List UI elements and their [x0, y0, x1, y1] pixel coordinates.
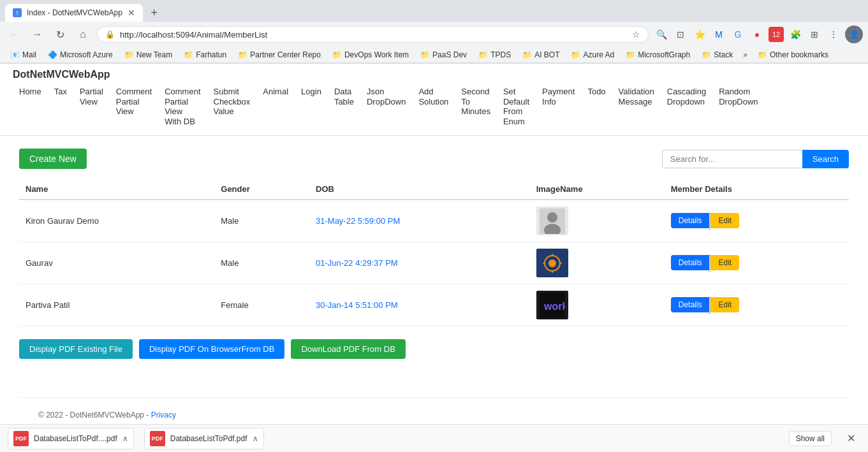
close-download-bar-button[interactable]: ✕ [842, 430, 860, 447]
nav-comment-partial[interactable]: CommentPartialView [110, 83, 158, 130]
col-header-imagename: ImageName [530, 179, 665, 200]
member-image [536, 249, 568, 277]
folder-icon: 📁 [478, 50, 488, 59]
nav-submit-checkbox[interactable]: SubmitCheckboxValue [207, 83, 257, 130]
download-filename-1: DatabaseListToPdf....pdf [34, 434, 117, 443]
search-input[interactable] [662, 150, 802, 168]
dob-link[interactable]: 30-Jan-14 5:51:00 PM [316, 300, 398, 310]
folder-icon: 📁 [184, 50, 193, 59]
home-button[interactable]: ⌂ [74, 26, 92, 43]
browser-tab[interactable]: I Index - DotNetMVCWebApp ✕ [5, 4, 143, 22]
member-image-cell [530, 200, 665, 242]
svg-text:work: work [543, 301, 565, 312]
edit-button[interactable]: Edit [710, 297, 739, 312]
bookmark-other[interactable]: 📁 Other bookmarks [753, 49, 834, 61]
col-header-gender: Gender [214, 179, 309, 200]
bookmark-tpds[interactable]: 📁 TPDS [473, 49, 516, 61]
download-pdf-button[interactable]: DownLoad PDF From DB [291, 339, 405, 359]
menu-button[interactable]: ⋮ [826, 27, 841, 42]
folder-icon: 📁 [522, 50, 532, 59]
bookmarks-overflow[interactable]: » [739, 50, 751, 59]
bookmark-icon[interactable]: ⭐ [692, 27, 707, 42]
table-row: Kiron Gaurav Demo Male 31-May-22 5:59:00… [19, 200, 849, 242]
dob-link[interactable]: 31-May-22 5:59:00 PM [316, 216, 400, 226]
nav-partial-view[interactable]: PartialView [73, 83, 110, 130]
table-row: Partiva Patil Female 30-Jan-14 5:51:00 P… [19, 284, 849, 326]
bookmark-label: TPDS [490, 50, 511, 59]
bookmark-azuread[interactable]: 📁 Azure Ad [566, 49, 619, 61]
edit-button[interactable]: Edit [710, 213, 739, 228]
chevron-up-icon[interactable]: ∧ [253, 434, 258, 443]
bookmark-devops[interactable]: 📁 DevOps Work Item [327, 49, 414, 61]
member-image-cell [530, 242, 665, 284]
bookmark-newteam[interactable]: 📁 New Team [119, 49, 177, 61]
search-icon[interactable]: 🔍 [654, 27, 669, 42]
nav-json-dropdown[interactable]: JsonDropDown [360, 83, 412, 130]
bookmark-partner[interactable]: 📁 Partner Center Repo [233, 49, 326, 61]
details-button[interactable]: Details [671, 297, 710, 312]
nav-set-default[interactable]: SetDefaultFromEnum [497, 83, 536, 130]
extension-ms-icon[interactable]: M [711, 27, 726, 42]
nav-add-solution[interactable]: AddSolution [412, 83, 455, 130]
member-name: Partiva Patil [19, 284, 214, 326]
forward-button[interactable]: → [28, 26, 46, 43]
bookmark-paas[interactable]: 📁 PaaS Dev [415, 49, 472, 61]
nav-validation[interactable]: ValidationMessage [612, 83, 661, 130]
table-row: Gaurav Male 01-Jun-22 4:29:37 PM Details… [19, 242, 849, 284]
nav-comment-partial-db[interactable]: CommentPartialViewWith DB [158, 83, 207, 130]
footer-copyright: © 2022 - DotNet6MVCWebApp - [38, 411, 151, 419]
cast-icon[interactable]: ⊡ [673, 27, 688, 42]
azure-icon: 🔷 [48, 50, 57, 59]
bookmark-farhatun[interactable]: 📁 Farhatun [179, 49, 232, 61]
profile-avatar[interactable]: 👤 [845, 26, 863, 43]
mail-icon: 📧 [10, 50, 20, 59]
nav-login[interactable]: Login [295, 83, 328, 130]
bookmark-label: Stack [714, 50, 733, 59]
new-tab-button[interactable]: + [145, 4, 163, 22]
reload-button[interactable]: ↻ [51, 26, 69, 43]
display-pdf-browser-button[interactable]: Display PDF On BrowserFrom DB [139, 339, 284, 359]
folder-icon: 📁 [702, 50, 711, 59]
nav-tax[interactable]: Tax [48, 83, 73, 130]
search-button[interactable]: Search [802, 150, 849, 168]
nav-data-table[interactable]: DataTable [328, 83, 360, 130]
bookmark-aibot[interactable]: 📁 AI BOT [517, 49, 564, 61]
display-pdf-existing-button[interactable]: Display PDF Existing File [19, 339, 133, 359]
bookmark-azure[interactable]: 🔷 Microsoft Azure [43, 49, 118, 61]
extension-badge-icon[interactable]: 12 [769, 27, 784, 42]
back-button[interactable]: ← [5, 26, 23, 43]
extension-translate-icon[interactable]: G [730, 27, 746, 42]
bookmark-label: New Team [136, 50, 172, 59]
dob-link[interactable]: 01-Jun-22 4:29:37 PM [316, 258, 398, 268]
zoom-icon[interactable]: ⊞ [807, 27, 822, 42]
svg-point-5 [548, 259, 556, 267]
bookmark-msgraph[interactable]: 📁 MicrosoftGraph [621, 49, 695, 61]
extension-opera-icon[interactable]: ● [749, 27, 765, 42]
pdf-buttons-area: Display PDF Existing File Display PDF On… [19, 339, 849, 359]
tab-close-button[interactable]: ✕ [128, 8, 135, 18]
show-all-button[interactable]: Show all [789, 431, 832, 446]
nav-random-dropdown[interactable]: RandomDropDown [712, 83, 764, 130]
member-dob: 30-Jan-14 5:51:00 PM [309, 284, 530, 326]
chevron-up-icon[interactable]: ∧ [122, 434, 128, 443]
nav-animal[interactable]: Animal [256, 83, 295, 130]
extensions-button[interactable]: 🧩 [788, 27, 803, 42]
nav-home[interactable]: Home [13, 83, 48, 130]
download-item-2[interactable]: PDF DatabaseListToPdf.pdf ∧ [144, 428, 264, 449]
bookmark-label: Partner Center Repo [250, 50, 321, 59]
edit-button[interactable]: Edit [710, 255, 739, 270]
lock-icon: 🔒 [105, 30, 115, 39]
nav-todo[interactable]: Todo [581, 83, 612, 130]
privacy-link[interactable]: Privacy [151, 411, 176, 419]
address-bar[interactable]: 🔒 http://localhost:5094/Animal/MemberLis… [97, 26, 649, 43]
nav-payment-info[interactable]: PaymentInfo [536, 83, 581, 130]
details-button[interactable]: Details [671, 213, 710, 228]
nav-cascading[interactable]: CascadingDropdown [661, 83, 712, 130]
download-item-1[interactable]: PDF DatabaseListToPdf....pdf ∧ [8, 428, 134, 449]
bookmark-mail[interactable]: 📧 Mail [5, 49, 41, 61]
details-button[interactable]: Details [671, 255, 710, 270]
nav-second-to-minutes[interactable]: SecondToMinutes [455, 83, 497, 130]
bookmark-stack[interactable]: 📁 Stack [696, 49, 738, 61]
bookmark-label: PaaS Dev [432, 50, 467, 59]
create-new-button[interactable]: Create New [19, 149, 87, 169]
